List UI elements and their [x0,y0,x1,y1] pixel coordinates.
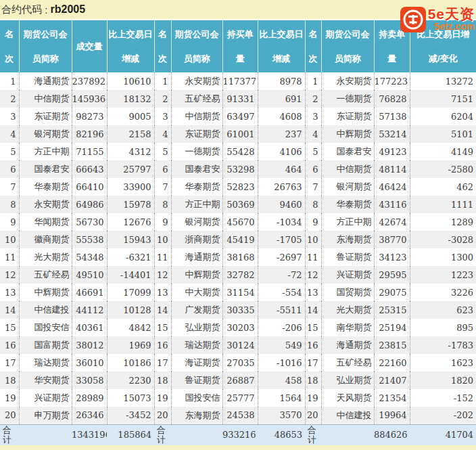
rank-cell: 11 [305,248,321,266]
company-cell: 徽商期货 [19,231,72,248]
value-cell: 98273 [72,108,107,125]
change-cell: 17099 [107,284,154,301]
change-cell: 6204 [410,108,476,125]
change-cell: -202 [410,407,476,424]
rank-cell: 19 [154,389,171,407]
rank-cell: 19 [305,389,321,407]
company-cell: 五矿经易 [19,266,72,284]
rank-cell: 10 [305,231,321,248]
company-cell: 鲁证期货 [321,248,374,266]
rank-cell: 14 [305,301,321,319]
change-cell: 1969 [107,336,154,354]
value-cell: 53298 [222,160,258,178]
table-row: 1海通期货237892106101永安期货11737789781永安期货1772… [0,72,476,90]
change-cell: 4608 [258,108,305,125]
company-cell: 方正中期 [19,143,72,160]
rank-cell: 8 [154,196,171,213]
company-cell: 五矿经易 [171,90,222,108]
company-cell: 东证期货 [19,108,72,125]
company-cell: 一德期货 [321,90,374,108]
table-row: 4银河期货8219621584东证期货610012374中辉期货53214510… [0,125,476,143]
value-cell: 55428 [222,143,258,160]
change-cell: -1016 [258,354,305,372]
company-cell: 天风期货 [321,389,374,407]
value-cell: 82196 [72,125,107,143]
change-cell: 4312 [107,143,154,160]
change-cell: 2158 [107,125,154,143]
value-cell: 40361 [72,319,107,336]
logo-brand-text: 5e天资 [428,6,475,22]
rank-cell: 11 [0,248,19,266]
rank-cell: 17 [305,354,321,372]
company-cell: 东海期货 [321,231,374,248]
rank-cell: 15 [154,319,171,336]
rank-cell: 13 [0,284,19,301]
change-cell: 7151 [410,90,476,108]
total-label-cell: 合计 [0,424,19,445]
company-cell: 银河期货 [19,125,72,143]
total-company-cell [171,424,222,445]
table-row: 16国富期货38012196916瑞达期货3012454916海通期货23815… [0,336,476,354]
company-cell: 中信期货 [321,160,374,178]
change-cell: 13272 [410,72,476,90]
value-cell: 66410 [72,178,107,196]
value-cell: 61001 [222,125,258,143]
total-company-cell [321,424,374,445]
header-company-2: 期货公司会 员简称 [171,20,222,72]
table-row: 5方正中期7115543125一德期货5542841065国泰君安4912341… [0,143,476,160]
total-value-cell: 933216 [222,424,258,445]
company-cell: 国投安信 [19,319,72,336]
value-cell: 22160 [374,354,410,372]
rank-cell: 2 [154,90,171,108]
value-cell: 46691 [72,284,107,301]
table-row: 13中辉期货466911709913中大期货31154-55413国贸期货290… [0,284,476,301]
company-cell: 一德期货 [171,143,222,160]
rank-cell: 13 [154,284,171,301]
site-logo[interactable]: 5e天资 5etz.com [400,6,475,33]
company-cell: 永安期货 [321,72,374,90]
change-cell: 5101 [410,125,476,143]
change-cell: -554 [258,284,305,301]
rank-cell: 9 [0,213,19,231]
value-cell: 21407 [374,372,410,389]
table-row: 14中信建投441121012814广发期货30335-551114光大期货25… [0,301,476,319]
company-cell: 中辉期货 [19,284,72,301]
change-cell: 15073 [107,389,154,407]
table-body: 1海通期货237892106101永安期货11737789781永安期货1772… [0,72,476,445]
value-cell: 29595 [374,266,410,284]
table-row: 15国投安信40361484215弘业期货30203-20615南华期货2519… [0,319,476,336]
rank-cell: 12 [305,266,321,284]
value-cell: 34123 [374,248,410,266]
change-cell: 549 [258,336,305,354]
value-cell: 145936 [72,90,107,108]
change-cell: 4842 [107,319,154,336]
change-cell: 2230 [107,372,154,389]
total-value-cell: 1343196 [72,424,107,445]
company-cell: 海通期货 [321,336,374,354]
value-cell: 19964 [374,407,410,424]
value-cell: 237892 [72,72,107,90]
company-cell: 海证期货 [171,354,222,372]
company-cell: 东海期货 [171,407,222,424]
contract-code-value: rb2005 [51,3,86,16]
contract-code-label: 合约代码 [1,3,42,16]
change-cell: 623 [410,301,476,319]
rank-table: 名 次 期货公司会 员简称 成交量 比上交易日 增减 名 次 期货公司会 员简称… [0,20,476,445]
5etz-coin-icon [400,6,427,33]
header-change-1: 比上交易日 增减 [107,20,154,72]
company-cell: 弘业期货 [321,372,374,389]
company-cell: 五矿经易 [321,354,374,372]
rank-cell: 7 [154,178,171,196]
change-cell: 25797 [107,160,154,178]
value-cell: 33058 [72,372,107,389]
title-separator: : [42,4,51,16]
company-cell: 鲁证期货 [171,372,222,389]
rank-cell: 18 [0,372,19,389]
table-row: 8永安期货64986159788方正中期5036994608华泰期货431161… [0,196,476,213]
value-cell: 53214 [374,125,410,143]
value-cell: 76828 [374,90,410,108]
change-cell: 18132 [107,90,154,108]
change-cell: 15978 [107,196,154,213]
header-rank-3: 名 次 [305,20,321,72]
company-cell: 中信建投 [321,407,374,424]
